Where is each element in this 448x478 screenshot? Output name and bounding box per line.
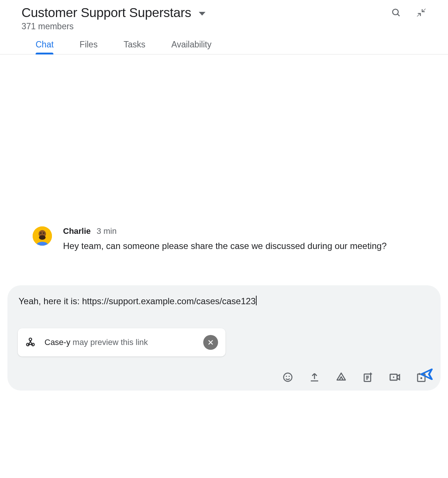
svg-point-16 (289, 376, 290, 377)
chevron-down-icon[interactable] (199, 12, 205, 16)
text-caret (256, 296, 257, 305)
avatar[interactable] (33, 226, 52, 246)
room-title-group[interactable]: Customer Support Superstars (22, 5, 205, 20)
svg-point-15 (286, 376, 287, 377)
chat-area: Charlie 3 min Hey team, can someone plea… (0, 54, 448, 277)
emoji-icon[interactable] (282, 371, 294, 383)
tab-chat[interactable]: Chat (36, 40, 54, 54)
upload-icon[interactable] (309, 371, 320, 383)
title-row: Customer Support Superstars (22, 5, 426, 20)
members-count: 371 members (22, 21, 426, 31)
close-icon[interactable] (203, 335, 218, 350)
webhook-icon (25, 337, 36, 348)
create-doc-icon[interactable] (362, 371, 374, 383)
preview-app-name: Case-y (45, 338, 70, 347)
message-row: Charlie 3 min Hey team, can someone plea… (33, 226, 426, 253)
link-preview-chip: Case-y may preview this link (18, 328, 225, 356)
message-timestamp: 3 min (97, 226, 117, 236)
svg-point-14 (284, 373, 292, 382)
header: Customer Support Superstars 371 members (0, 0, 448, 54)
collapse-icon[interactable] (416, 7, 426, 18)
message-text: Hey team, can someone please share the c… (63, 240, 426, 253)
composer-container: Yeah, here it is: https://support.exampl… (7, 285, 441, 391)
message-author: Charlie (63, 226, 91, 236)
composer[interactable]: Yeah, here it is: https://support.exampl… (7, 285, 441, 391)
tabs: Chat Files Tasks Availability (22, 40, 426, 54)
svg-point-8 (43, 232, 45, 234)
svg-point-0 (393, 9, 398, 15)
message-header: Charlie 3 min (63, 226, 426, 236)
svg-point-24 (393, 376, 394, 378)
room-title: Customer Support Superstars (22, 5, 191, 20)
preview-hint: may preview this link (73, 338, 148, 347)
svg-line-1 (398, 14, 399, 16)
tab-availability[interactable]: Availability (171, 40, 211, 54)
tab-tasks[interactable]: Tasks (123, 40, 145, 54)
search-icon[interactable] (391, 7, 401, 18)
svg-point-7 (40, 232, 42, 234)
preview-text: Case-y may preview this link (45, 338, 148, 347)
svg-point-11 (29, 338, 32, 341)
compose-text: Yeah, here it is: https://support.exampl… (19, 296, 256, 306)
video-icon[interactable] (389, 371, 401, 383)
tab-files[interactable]: Files (80, 40, 98, 54)
header-actions (391, 7, 426, 18)
preview-left: Case-y may preview this link (25, 337, 148, 348)
message-body: Charlie 3 min Hey team, can someone plea… (63, 226, 426, 253)
composer-toolbar (18, 371, 430, 383)
svg-point-6 (39, 235, 46, 240)
send-button[interactable] (420, 368, 433, 382)
drive-icon[interactable] (335, 371, 347, 383)
compose-input[interactable]: Yeah, here it is: https://support.exampl… (18, 296, 430, 308)
